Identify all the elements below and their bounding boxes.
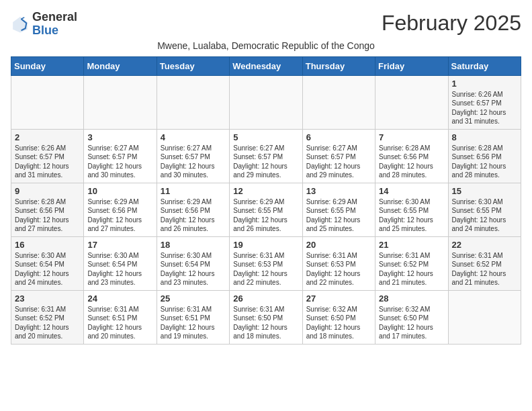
- day-info: Sunrise: 6:32 AM Sunset: 6:50 PM Dayligh…: [306, 305, 371, 341]
- day-info: Sunrise: 6:26 AM Sunset: 6:57 PM Dayligh…: [15, 144, 80, 180]
- day-info: Sunrise: 6:29 AM Sunset: 6:55 PM Dayligh…: [233, 197, 298, 234]
- day-info: Sunrise: 6:28 AM Sunset: 6:56 PM Dayligh…: [15, 197, 80, 234]
- calendar-day-cell: 16Sunrise: 6:30 AM Sunset: 6:54 PM Dayli…: [11, 236, 84, 290]
- day-number: 13: [306, 186, 371, 196]
- calendar-day-cell: [375, 75, 448, 129]
- day-info: Sunrise: 6:28 AM Sunset: 6:56 PM Dayligh…: [379, 144, 444, 180]
- day-number: 27: [306, 293, 371, 304]
- day-number: 2: [15, 132, 80, 142]
- weekday-header: Friday: [375, 56, 448, 75]
- day-info: Sunrise: 6:29 AM Sunset: 6:55 PM Dayligh…: [306, 197, 371, 234]
- calendar-day-cell: 9Sunrise: 6:28 AM Sunset: 6:56 PM Daylig…: [11, 183, 84, 236]
- day-number: 8: [452, 132, 517, 142]
- day-info: Sunrise: 6:31 AM Sunset: 6:52 PM Dayligh…: [452, 251, 517, 287]
- day-info: Sunrise: 6:27 AM Sunset: 6:57 PM Dayligh…: [233, 144, 298, 180]
- page-header: General Blue February 2025: [11, 11, 521, 38]
- day-number: 26: [233, 293, 298, 304]
- day-number: 14: [379, 186, 444, 196]
- day-number: 18: [161, 240, 226, 250]
- day-info: Sunrise: 6:30 AM Sunset: 6:54 PM Dayligh…: [15, 251, 80, 287]
- logo-text: General Blue: [32, 11, 77, 38]
- day-info: Sunrise: 6:27 AM Sunset: 6:57 PM Dayligh…: [87, 144, 152, 180]
- day-info: Sunrise: 6:26 AM Sunset: 6:57 PM Dayligh…: [452, 90, 517, 126]
- calendar-week-row: 2Sunrise: 6:26 AM Sunset: 6:57 PM Daylig…: [11, 129, 521, 183]
- calendar-day-cell: 28Sunrise: 6:32 AM Sunset: 6:50 PM Dayli…: [375, 290, 448, 344]
- subtitle: Mwene, Lualaba, Democratic Republic of t…: [11, 40, 521, 51]
- calendar-day-cell: [84, 75, 157, 129]
- svg-marker-0: [13, 17, 28, 32]
- calendar-day-cell: 17Sunrise: 6:30 AM Sunset: 6:54 PM Dayli…: [84, 236, 157, 290]
- calendar-day-cell: 11Sunrise: 6:29 AM Sunset: 6:56 PM Dayli…: [157, 183, 229, 236]
- calendar-day-cell: 22Sunrise: 6:31 AM Sunset: 6:52 PM Dayli…: [448, 236, 521, 290]
- day-number: 24: [87, 293, 152, 304]
- calendar-week-row: 9Sunrise: 6:28 AM Sunset: 6:56 PM Daylig…: [11, 183, 521, 236]
- calendar-day-cell: [230, 75, 302, 129]
- calendar-day-cell: 13Sunrise: 6:29 AM Sunset: 6:55 PM Dayli…: [302, 183, 375, 236]
- calendar-day-cell: 1Sunrise: 6:26 AM Sunset: 6:57 PM Daylig…: [448, 75, 521, 129]
- day-info: Sunrise: 6:30 AM Sunset: 6:54 PM Dayligh…: [87, 251, 152, 287]
- logo-icon: [11, 15, 30, 34]
- calendar-day-cell: 4Sunrise: 6:27 AM Sunset: 6:57 PM Daylig…: [157, 129, 229, 183]
- calendar-day-cell: 18Sunrise: 6:30 AM Sunset: 6:54 PM Dayli…: [157, 236, 229, 290]
- calendar-day-cell: 23Sunrise: 6:31 AM Sunset: 6:52 PM Dayli…: [11, 290, 84, 344]
- calendar-week-row: 1Sunrise: 6:26 AM Sunset: 6:57 PM Daylig…: [11, 75, 521, 129]
- day-info: Sunrise: 6:32 AM Sunset: 6:50 PM Dayligh…: [379, 305, 444, 341]
- day-number: 17: [87, 240, 152, 250]
- day-number: 28: [379, 293, 444, 304]
- calendar-day-cell: [448, 290, 521, 344]
- calendar-day-cell: 7Sunrise: 6:28 AM Sunset: 6:56 PM Daylig…: [375, 129, 448, 183]
- logo-blue-text: Blue: [32, 24, 58, 37]
- calendar-day-cell: [11, 75, 84, 129]
- calendar-day-cell: [302, 75, 375, 129]
- calendar-day-cell: 19Sunrise: 6:31 AM Sunset: 6:53 PM Dayli…: [230, 236, 302, 290]
- calendar-day-cell: 5Sunrise: 6:27 AM Sunset: 6:57 PM Daylig…: [230, 129, 302, 183]
- day-number: 15: [452, 186, 517, 196]
- day-number: 10: [87, 186, 152, 196]
- calendar-day-cell: 2Sunrise: 6:26 AM Sunset: 6:57 PM Daylig…: [11, 129, 84, 183]
- calendar-day-cell: 14Sunrise: 6:30 AM Sunset: 6:55 PM Dayli…: [375, 183, 448, 236]
- day-info: Sunrise: 6:31 AM Sunset: 6:51 PM Dayligh…: [161, 305, 226, 341]
- day-number: 23: [15, 293, 80, 304]
- weekday-header: Saturday: [448, 56, 521, 75]
- weekday-header: Monday: [84, 56, 157, 75]
- calendar-day-cell: 12Sunrise: 6:29 AM Sunset: 6:55 PM Dayli…: [230, 183, 302, 236]
- calendar-day-cell: 20Sunrise: 6:31 AM Sunset: 6:53 PM Dayli…: [302, 236, 375, 290]
- logo: General Blue: [11, 11, 77, 38]
- day-info: Sunrise: 6:31 AM Sunset: 6:51 PM Dayligh…: [87, 305, 152, 341]
- day-info: Sunrise: 6:30 AM Sunset: 6:55 PM Dayligh…: [452, 197, 517, 234]
- calendar-day-cell: 8Sunrise: 6:28 AM Sunset: 6:56 PM Daylig…: [448, 129, 521, 183]
- day-info: Sunrise: 6:31 AM Sunset: 6:53 PM Dayligh…: [233, 251, 298, 287]
- calendar-day-cell: 21Sunrise: 6:31 AM Sunset: 6:52 PM Dayli…: [375, 236, 448, 290]
- weekday-header: Tuesday: [157, 56, 229, 75]
- day-number: 4: [161, 132, 226, 142]
- day-number: 21: [379, 240, 444, 250]
- logo-general-text: General: [32, 10, 77, 24]
- weekday-header: Thursday: [302, 56, 375, 75]
- weekday-header: Sunday: [11, 56, 84, 75]
- day-number: 3: [87, 132, 152, 142]
- calendar-day-cell: 3Sunrise: 6:27 AM Sunset: 6:57 PM Daylig…: [84, 129, 157, 183]
- weekday-header: Wednesday: [230, 56, 302, 75]
- calendar-day-cell: 10Sunrise: 6:29 AM Sunset: 6:56 PM Dayli…: [84, 183, 157, 236]
- day-info: Sunrise: 6:29 AM Sunset: 6:56 PM Dayligh…: [161, 197, 226, 234]
- day-number: 22: [452, 240, 517, 250]
- day-info: Sunrise: 6:30 AM Sunset: 6:54 PM Dayligh…: [161, 251, 226, 287]
- day-info: Sunrise: 6:31 AM Sunset: 6:53 PM Dayligh…: [306, 251, 371, 287]
- calendar-day-cell: [157, 75, 229, 129]
- calendar-day-cell: 24Sunrise: 6:31 AM Sunset: 6:51 PM Dayli…: [84, 290, 157, 344]
- day-number: 11: [161, 186, 226, 196]
- day-info: Sunrise: 6:30 AM Sunset: 6:55 PM Dayligh…: [379, 197, 444, 234]
- day-info: Sunrise: 6:29 AM Sunset: 6:56 PM Dayligh…: [87, 197, 152, 234]
- calendar-week-row: 16Sunrise: 6:30 AM Sunset: 6:54 PM Dayli…: [11, 236, 521, 290]
- day-info: Sunrise: 6:27 AM Sunset: 6:57 PM Dayligh…: [306, 144, 371, 180]
- day-number: 5: [233, 132, 298, 142]
- day-number: 9: [15, 186, 80, 196]
- day-number: 6: [306, 132, 371, 142]
- day-info: Sunrise: 6:31 AM Sunset: 6:52 PM Dayligh…: [379, 251, 444, 287]
- day-number: 25: [161, 293, 226, 304]
- calendar-week-row: 23Sunrise: 6:31 AM Sunset: 6:52 PM Dayli…: [11, 290, 521, 344]
- month-title: February 2025: [382, 11, 521, 36]
- day-number: 16: [15, 240, 80, 250]
- day-info: Sunrise: 6:31 AM Sunset: 6:52 PM Dayligh…: [15, 305, 80, 341]
- day-info: Sunrise: 6:28 AM Sunset: 6:56 PM Dayligh…: [452, 144, 517, 180]
